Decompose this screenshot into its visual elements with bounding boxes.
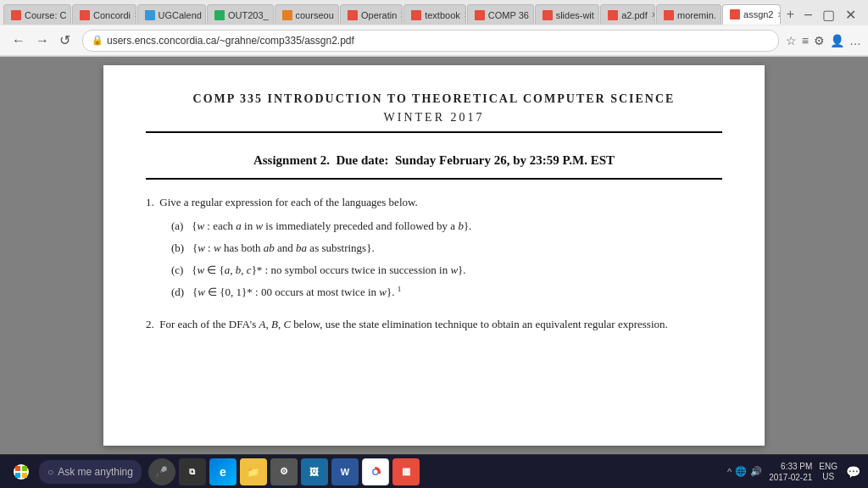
close-icon[interactable]: ✕ bbox=[272, 10, 274, 19]
tab-favicon bbox=[664, 10, 674, 20]
tab-favicon bbox=[214, 10, 225, 20]
tab-label: textbook bbox=[425, 10, 460, 20]
taskbar-apps: 🎤 ⧉ e 📁 ⚙ 🖼 W ▦ bbox=[148, 458, 420, 485]
tab-favicon bbox=[282, 10, 292, 20]
edge-icon: e bbox=[220, 465, 226, 479]
taskbar-word[interactable]: W bbox=[331, 458, 359, 485]
lang-label: ENG bbox=[819, 462, 837, 472]
bookmark-button[interactable]: ☆ bbox=[786, 34, 797, 47]
pdf-page: COMP 335 INTRODUCTION TO THEORETICAL COM… bbox=[103, 65, 765, 446]
extensions-button[interactable]: ⚙ bbox=[814, 34, 825, 47]
user-button[interactable]: 👤 bbox=[830, 34, 844, 47]
pdf-body: 1. Give a regular expression for each of… bbox=[146, 193, 722, 335]
tab-favicon bbox=[411, 10, 421, 20]
taskbar-settings[interactable]: ⚙ bbox=[270, 458, 298, 485]
tab-moremin[interactable]: moremin. ✕ bbox=[656, 4, 721, 25]
close-icon[interactable]: ✕ bbox=[400, 10, 403, 19]
clock: 6:33 PM 2017-02-21 bbox=[769, 461, 812, 483]
close-icon[interactable]: ✕ bbox=[651, 10, 655, 19]
tab-slides[interactable]: slides-wit ✕ bbox=[535, 4, 600, 25]
time: 6:33 PM bbox=[769, 461, 812, 472]
chrome-icon bbox=[369, 465, 382, 479]
subquestion-1d: (d) {w ∈ {0, 1}* : 00 occurs at most twi… bbox=[146, 283, 722, 302]
tiles-icon: ▦ bbox=[402, 466, 410, 477]
tab-favicon bbox=[475, 10, 485, 20]
taskbar-explorer[interactable]: 📁 bbox=[240, 458, 267, 485]
tab-courseou[interactable]: courseou ✕ bbox=[275, 4, 340, 25]
tab-course[interactable]: Course: C ✕ bbox=[3, 4, 71, 25]
close-icon[interactable]: ✕ bbox=[532, 10, 534, 19]
date: 2017-02-21 bbox=[769, 472, 812, 483]
minimize-button[interactable]: – bbox=[799, 7, 817, 22]
close-icon[interactable]: ✕ bbox=[464, 10, 466, 19]
volume-icon: 🔊 bbox=[750, 466, 762, 477]
taskbar-photos[interactable]: 🖼 bbox=[301, 458, 328, 485]
question-2: 2. For each of the DFA's A, B, C below, … bbox=[146, 315, 722, 334]
forward-button[interactable]: → bbox=[31, 31, 54, 50]
pdf-header: COMP 335 INTRODUCTION TO THEORETICAL COM… bbox=[146, 91, 722, 133]
tab-a2pdf[interactable]: a2.pdf ✕ bbox=[600, 4, 655, 25]
tab-assgn2-active[interactable]: assgn2 ✕ bbox=[722, 4, 781, 25]
pdf-assignment-title: Assignment 2. Due date: Sunday February … bbox=[146, 153, 722, 168]
close-icon[interactable]: ✕ bbox=[205, 10, 206, 19]
taskbar-search-box[interactable]: ○ Ask me anything bbox=[39, 460, 142, 484]
nav-extras: ☆ ≡ ⚙ 👤 … bbox=[786, 34, 861, 47]
tray-arrow[interactable]: ^ bbox=[727, 467, 732, 477]
browser-chrome: Course: C ✕ Concordi ✕ UGCalend ✕ OUT203… bbox=[0, 0, 868, 57]
address-bar[interactable] bbox=[107, 35, 770, 47]
nav-bar: ← → ↺ 🔒 ☆ ≡ ⚙ 👤 … bbox=[0, 25, 868, 56]
taskbar-edge[interactable]: e bbox=[209, 458, 236, 485]
pdf-semester: Winter 2017 bbox=[146, 111, 722, 125]
subquestion-1b: (b) {w : w has both ab and ba as substri… bbox=[146, 239, 722, 258]
tab-favicon bbox=[11, 10, 21, 20]
taskbar-right: ^ 🌐 🔊 6:33 PM 2017-02-21 ENG US 💬 bbox=[727, 461, 861, 483]
close-icon[interactable]: ✕ bbox=[598, 10, 599, 19]
tab-bar: Course: C ✕ Concordi ✕ UGCalend ✕ OUT203… bbox=[0, 0, 868, 25]
question-2-text: 2. For each of the DFA's A, B, C below, … bbox=[146, 315, 722, 334]
menu-button[interactable]: ≡ bbox=[802, 34, 809, 47]
notification-button[interactable]: 💬 bbox=[844, 463, 861, 480]
windows-icon bbox=[14, 464, 29, 480]
tab-label: OUT203_ bbox=[228, 10, 269, 20]
maximize-button[interactable]: ▢ bbox=[817, 7, 840, 23]
tab-favicon bbox=[145, 10, 155, 20]
start-button[interactable] bbox=[7, 461, 36, 483]
tab-concordi[interactable]: Concordi ✕ bbox=[72, 4, 136, 25]
cortana-icon: 🎤 bbox=[155, 466, 168, 478]
close-icon[interactable]: ✕ bbox=[337, 10, 339, 19]
subquestion-1a: (a) {w : each a in w is immediately prec… bbox=[146, 217, 722, 236]
tab-comp36[interactable]: COMP 36 ✕ bbox=[467, 4, 534, 25]
tab-label: courseou bbox=[296, 10, 334, 20]
close-window-button[interactable]: ✕ bbox=[840, 7, 861, 23]
system-tray: ^ 🌐 🔊 bbox=[727, 466, 762, 477]
tab-label: UGCalend bbox=[159, 10, 202, 20]
reload-button[interactable]: ↺ bbox=[54, 30, 75, 50]
tab-ugcalend[interactable]: UGCalend ✕ bbox=[137, 4, 206, 25]
tab-out203[interactable]: OUT203_ ✕ bbox=[207, 4, 274, 25]
taskbar-chrome[interactable] bbox=[362, 458, 389, 485]
tab-label: slides-wit bbox=[556, 10, 594, 20]
photos-icon: 🖼 bbox=[309, 467, 319, 477]
svg-rect-2 bbox=[15, 473, 20, 478]
region-label: US bbox=[819, 472, 837, 482]
tab-textbook[interactable]: textbook ✕ bbox=[403, 4, 466, 25]
taskbar-task-view[interactable]: ⧉ bbox=[179, 458, 206, 485]
taskbar-cortana-btn[interactable]: 🎤 bbox=[148, 458, 175, 485]
folder-icon: 📁 bbox=[247, 466, 259, 478]
pdf-area: COMP 335 INTRODUCTION TO THEORETICAL COM… bbox=[0, 57, 868, 454]
lang-indicator: ENG US bbox=[819, 462, 837, 482]
close-icon[interactable]: ✕ bbox=[70, 10, 71, 19]
close-icon[interactable]: ✕ bbox=[777, 10, 781, 19]
settings-icon: ⚙ bbox=[280, 466, 288, 477]
new-tab-button[interactable]: + bbox=[782, 4, 799, 25]
taskbar-tiles[interactable]: ▦ bbox=[392, 458, 420, 485]
back-button[interactable]: ← bbox=[7, 31, 31, 50]
taskbar: ○ Ask me anything 🎤 ⧉ e 📁 ⚙ 🖼 W bbox=[0, 454, 868, 488]
tab-operatin[interactable]: Operatin ✕ bbox=[340, 4, 403, 25]
more-button[interactable]: … bbox=[849, 34, 861, 47]
close-icon[interactable]: ✕ bbox=[134, 10, 136, 19]
time-display: 6:33 PM 2017-02-21 bbox=[769, 461, 812, 483]
tab-favicon bbox=[80, 10, 90, 20]
close-icon[interactable]: ✕ bbox=[720, 10, 721, 19]
search-placeholder: Ask me anything bbox=[58, 466, 133, 478]
